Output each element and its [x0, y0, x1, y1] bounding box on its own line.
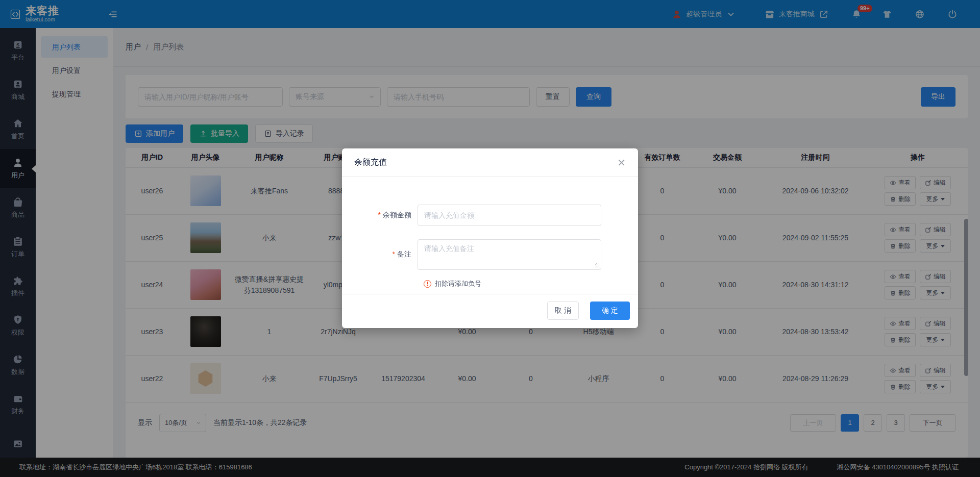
modal-title: 余额充值	[354, 157, 387, 168]
recharge-modal: 余额充值 ✕ *余额金额 *备注 ! 扣除请添加负号 取 消 确 定	[342, 148, 638, 328]
modal-warning: ! 扣除请添加负号	[424, 279, 638, 288]
modal-body: *余额金额 *备注 ! 扣除请添加负号	[342, 177, 638, 288]
remark-textarea[interactable]	[418, 239, 601, 270]
confirm-button[interactable]: 确 定	[590, 302, 630, 320]
amount-label: *余额金额	[342, 211, 418, 220]
modal-header: 余额充值 ✕	[342, 148, 638, 177]
remark-field-row: *备注	[342, 239, 638, 270]
table-scrollbar-thumb[interactable]	[964, 219, 968, 376]
close-icon[interactable]: ✕	[617, 158, 626, 168]
remark-textarea-wrap	[418, 239, 601, 270]
modal-footer: 取 消 确 定	[342, 294, 638, 328]
remark-label: *备注	[342, 250, 418, 259]
amount-field-row: *余额金额	[342, 205, 638, 226]
warning-text: 扣除请添加负号	[435, 279, 481, 288]
required-asterisk: *	[393, 250, 395, 258]
required-asterisk: *	[378, 211, 381, 219]
warning-icon: !	[424, 280, 431, 288]
cancel-button[interactable]: 取 消	[547, 302, 579, 320]
amount-input[interactable]	[418, 205, 601, 226]
